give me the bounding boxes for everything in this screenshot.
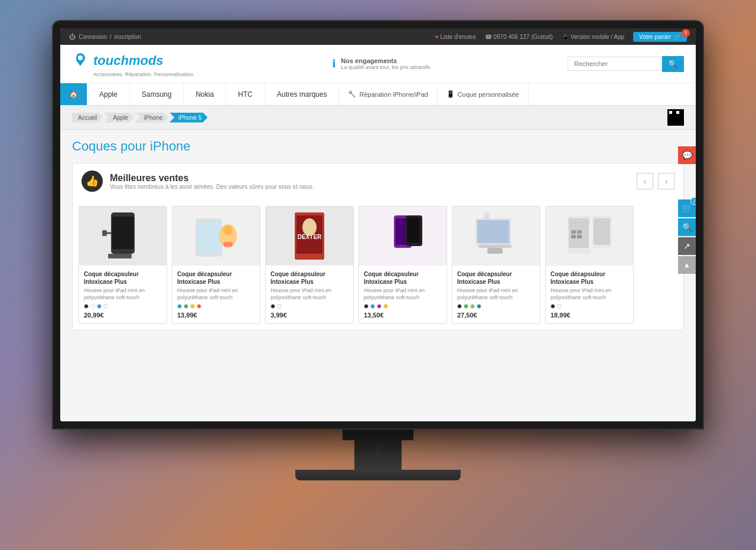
svg-rect-22 xyxy=(487,248,503,254)
color-dot xyxy=(184,304,188,309)
main-content: Coques pour iPhone 👍 Meilleures ventes V… xyxy=(60,130,696,421)
breadcrumb: Accueil Apple iPhone iPhone 5 xyxy=(60,106,696,130)
float-search-button[interactable]: 🔍 xyxy=(678,218,696,236)
imac-screen: ⏻ Connexion / inscription ♥ Liste d'envi… xyxy=(60,28,696,421)
breadcrumb-iphone[interactable]: iPhone xyxy=(135,113,168,123)
product-desc-3: Housse pour iPad mini en polyuréthane so… xyxy=(271,287,348,301)
breadcrumb-iphone5[interactable]: iPhone 5 xyxy=(170,113,207,123)
cart-button[interactable]: Votre panier 🛒 2 xyxy=(633,32,687,42)
imac-wrapper: ⏻ Connexion / inscription ♥ Liste d'envi… xyxy=(30,21,726,529)
svg-point-9 xyxy=(223,225,233,235)
chat-icon: 💬 xyxy=(682,150,692,160)
power-icon: ⏻ xyxy=(69,33,76,40)
product-price-5: 27,50€ xyxy=(457,312,535,319)
nav-item-coque[interactable]: 📱 Coque personnalisée xyxy=(438,83,529,105)
color-dot xyxy=(90,304,95,309)
color-dot xyxy=(557,304,562,309)
page-title: Coques pour iPhone xyxy=(72,139,684,154)
svg-point-0 xyxy=(78,55,83,60)
wrench-icon: 🔧 xyxy=(348,90,356,98)
svg-rect-10 xyxy=(223,242,233,247)
wishlist-link[interactable]: ♥ Liste d'envies xyxy=(435,34,476,40)
search-float-icon: 🔍 xyxy=(682,222,692,232)
thumb-icon: 👍 xyxy=(82,171,103,192)
inscription-link[interactable]: inscription xyxy=(115,34,141,40)
nav-item-repair[interactable]: 🔧 Réparation iPhone/iPad xyxy=(339,83,437,105)
nav-item-samsung[interactable]: Samsung xyxy=(130,83,184,105)
nav-item-home[interactable]: 🏠 xyxy=(60,83,87,105)
logo-text: touchmods xyxy=(93,53,164,68)
product-name-3: Coque décapsuleur Intoxicase Plus xyxy=(271,270,348,286)
color-dot xyxy=(84,304,89,309)
product-price-2: 13,99€ xyxy=(177,312,255,319)
product-image-4 xyxy=(359,207,447,266)
product-name-4: Coque décapsuleur Intoxicase Plus xyxy=(364,270,442,286)
breadcrumb-accueil[interactable]: Accueil xyxy=(72,113,103,123)
phone-link[interactable]: ☎ 0970 406 127 (Gratuit) xyxy=(485,34,553,40)
color-dots-6 xyxy=(550,304,628,309)
float-share-button[interactable]: ↗ xyxy=(678,237,696,255)
float-top-button[interactable]: ▲ xyxy=(678,256,696,274)
color-dot xyxy=(550,304,555,309)
svg-rect-28 xyxy=(571,230,576,234)
product-desc-6: Housse pour iPad mini en polyuréthane so… xyxy=(550,287,628,301)
color-dot xyxy=(177,304,182,309)
color-dots-4 xyxy=(364,304,442,309)
svg-rect-21 xyxy=(478,245,511,248)
product-card-5[interactable]: Coque décapsuleur Intoxicase Plus Housse… xyxy=(452,206,540,324)
nav-item-autres[interactable]: Autres marques xyxy=(265,83,340,105)
mobile-link[interactable]: 📱 Version mobile / App xyxy=(562,34,624,40)
product-card-1[interactable]: Coque décapsuleur Intoxicase Plus Housse… xyxy=(79,206,167,324)
product-price-6: 18,99€ xyxy=(550,312,628,319)
color-dot xyxy=(470,304,475,309)
color-dot xyxy=(364,304,369,309)
color-dot xyxy=(377,304,382,309)
search-area: 🔍 xyxy=(568,56,684,72)
section-title: Meilleures ventes xyxy=(110,173,314,184)
content-area: Coques pour iPhone 👍 Meilleures ventes V… xyxy=(60,130,696,421)
search-input[interactable] xyxy=(568,57,662,71)
color-dots-5 xyxy=(457,304,535,309)
product-card-4[interactable]: Coque décapsuleur Intoxicase Plus Housse… xyxy=(359,206,447,324)
product-card-3[interactable]: DEXTER Coque décapsuleur Intoxicase Plus… xyxy=(265,206,354,324)
qr-code xyxy=(667,109,684,126)
search-button[interactable]: 🔍 xyxy=(662,56,684,72)
svg-rect-27 xyxy=(594,218,610,245)
color-dot xyxy=(277,304,282,309)
imac-screen-bezel: ⏻ Connexion / inscription ♥ Liste d'envi… xyxy=(53,21,703,428)
color-dot xyxy=(457,304,462,309)
chat-button[interactable]: 💬 xyxy=(678,146,696,164)
float-cart-button[interactable]: 🛒 2 xyxy=(678,199,696,217)
nav-item-htc[interactable]: HTC xyxy=(226,83,265,105)
product-card-6[interactable]: Coque décapsuleur Intoxicase Plus Housse… xyxy=(545,206,634,324)
svg-rect-23 xyxy=(484,212,489,220)
prev-arrow[interactable]: ‹ xyxy=(637,173,653,189)
imac-stand-base xyxy=(295,470,461,480)
cart-badge: 2 xyxy=(682,29,690,37)
color-dot xyxy=(370,304,375,309)
svg-rect-2 xyxy=(112,217,133,249)
breadcrumb-apple[interactable]: Apple xyxy=(104,113,134,123)
home-icon: 🏠 xyxy=(69,90,78,99)
svg-rect-18 xyxy=(407,218,420,243)
product-image-5 xyxy=(452,207,540,266)
nav-item-apple[interactable]: Apple xyxy=(87,83,130,105)
main-navigation: 🏠 Apple Samsung Nokia HTC Autres marques… xyxy=(60,83,696,106)
svg-rect-30 xyxy=(571,235,576,238)
connexion-link[interactable]: Connexion xyxy=(79,34,107,40)
product-card-2[interactable]: Coque décapsuleur Intoxicase Plus Housse… xyxy=(172,206,260,324)
logo-area: touchmods Accessoires. Réparation. Perso… xyxy=(72,51,195,77)
site-header: touchmods Accessoires. Réparation. Perso… xyxy=(60,45,696,83)
nav-item-nokia[interactable]: Nokia xyxy=(184,83,226,105)
svg-rect-5 xyxy=(108,254,132,258)
color-dot xyxy=(190,304,195,309)
next-arrow[interactable]: › xyxy=(658,173,674,189)
separator: / xyxy=(110,34,112,40)
logo-tagline: Accessoires. Réparation. Personnalisatio… xyxy=(93,71,195,77)
product-name-6: Coque décapsuleur Intoxicase Plus xyxy=(550,270,628,286)
imac-stand-top xyxy=(343,428,413,440)
color-dot xyxy=(383,304,388,309)
color-dot xyxy=(464,304,468,309)
share-icon: ↗ xyxy=(683,241,690,251)
product-desc-1: Housse pour iPad mini en polyuréthane so… xyxy=(84,287,162,301)
